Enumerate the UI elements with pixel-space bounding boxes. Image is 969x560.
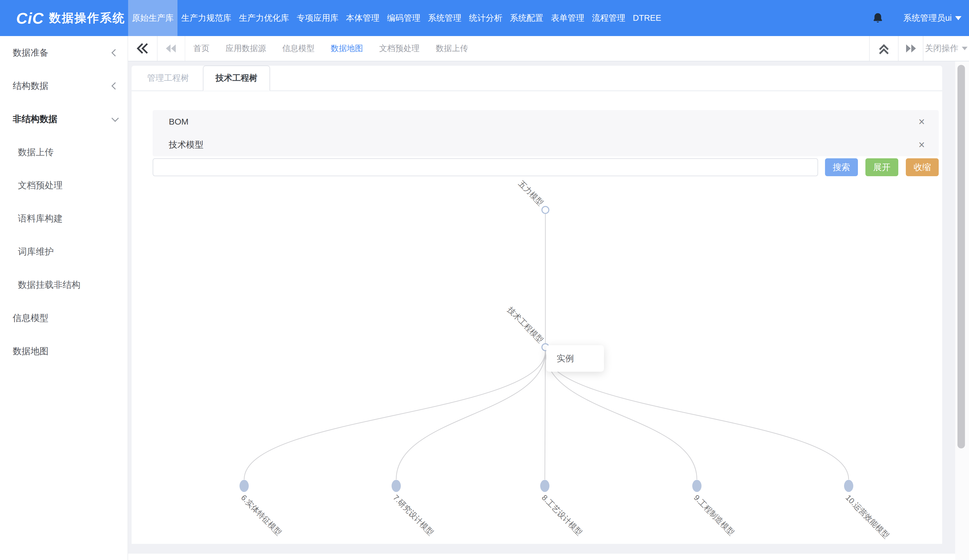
double-chevron-left-icon [135, 40, 151, 56]
sidebar-item-5[interactable]: 文档预处理 [0, 169, 128, 202]
search-input[interactable] [153, 158, 818, 176]
close-operations-dropdown[interactable]: 关闭操作 [923, 36, 969, 61]
page-tab-2[interactable]: 应用数据源 [226, 43, 266, 54]
sidebar-item-1[interactable]: 数据准备 [0, 36, 128, 69]
vertical-scrollbar-thumb[interactable] [957, 65, 965, 449]
selected-model-row: BOM× [153, 110, 939, 133]
nav-item-9[interactable]: 系统配置 [506, 0, 547, 36]
expand-button[interactable]: 展开 [866, 158, 898, 176]
opened-page-tabs: 首页应用数据源信息模型数据地图文档预处理数据上传 [193, 36, 468, 61]
sidebar-item-label: 结构数据 [13, 80, 48, 92]
sidebar-item-label: 数据上传 [18, 146, 54, 158]
vertical-scrollbar[interactable] [955, 61, 969, 560]
scroll-tabs-right-button[interactable] [898, 36, 923, 61]
sidebar-item-9[interactable]: 信息模型 [0, 301, 128, 334]
sidebar-item-label: 信息模型 [13, 312, 48, 324]
tab-strip-actions: 关闭操作 [869, 36, 969, 61]
selected-model-label: 技术模型 [169, 139, 203, 151]
close-icon[interactable]: × [919, 139, 925, 150]
tree-tab-2[interactable]: 技术工程树 [203, 65, 270, 91]
app-logo: CiC 数据操作系统 [0, 0, 128, 36]
sidebar-item-7[interactable]: 词库维护 [0, 235, 128, 268]
navbar-right: 系统管理员ui [871, 0, 969, 36]
nav-item-10[interactable]: 表单管理 [547, 0, 588, 36]
sidebar-item-label: 数据挂载非结构 [18, 279, 80, 291]
content-card: 管理工程树技术工程树 BOM×技术模型× 搜索展开收缩 [132, 66, 942, 544]
search-button[interactable]: 搜索 [825, 158, 858, 176]
search-row: 搜索展开收缩 [153, 158, 939, 176]
sidebar-item-4[interactable]: 数据上传 [0, 136, 128, 169]
node-tooltip: 实例 [546, 345, 604, 372]
page-tab-3[interactable]: 信息模型 [282, 43, 315, 54]
page-tab-4[interactable]: 数据地图 [331, 43, 363, 54]
nav-item-2[interactable]: 生产力规范库 [178, 0, 235, 36]
logo-mark: CiC [16, 9, 44, 27]
user-menu[interactable]: 系统管理员ui [903, 12, 961, 24]
nav-item-12[interactable]: DTREE [629, 0, 665, 36]
page-tab-5[interactable]: 文档预处理 [379, 43, 420, 54]
sidebar-item-8[interactable]: 数据挂载非结构 [0, 268, 128, 301]
page-tab-1[interactable]: 首页 [193, 43, 210, 54]
tree-tab-1[interactable]: 管理工程树 [147, 72, 190, 84]
sidebar-item-label: 数据准备 [13, 47, 48, 59]
double-chevron-up-icon [876, 40, 892, 57]
collapse-button[interactable]: 收缩 [906, 158, 939, 176]
close-icon[interactable]: × [919, 116, 925, 127]
selected-model-row: 技术模型× [153, 133, 939, 156]
chevron-down-icon [962, 47, 967, 50]
chevron-down-icon [955, 16, 961, 20]
sidebar-item-label: 数据地图 [13, 345, 48, 357]
sidebar-item-label: 词库维护 [18, 246, 54, 258]
sidebar-item-label: 文档预处理 [18, 179, 63, 191]
top-navbar: CiC 数据操作系统 原始生产库生产力规范库生产力优化库专项应用库本体管理编码管… [0, 0, 969, 36]
double-arrow-left-icon [164, 43, 179, 54]
selected-model-label: BOM [169, 117, 188, 126]
sidebar-item-3[interactable]: 非结构数据 [0, 102, 128, 136]
notification-bell-icon[interactable] [871, 12, 884, 25]
nav-item-11[interactable]: 流程管理 [588, 0, 629, 36]
nav-item-8[interactable]: 统计分析 [465, 0, 506, 36]
double-arrow-right-icon [903, 43, 918, 54]
nav-item-3[interactable]: 生产力优化库 [235, 0, 293, 36]
horizontal-scrollbar-area [128, 553, 969, 560]
search-buttons: 搜索展开收缩 [825, 158, 939, 176]
chevron-down-icon [112, 115, 118, 122]
app-title: 数据操作系统 [49, 10, 125, 26]
selected-models-panel: BOM×技术模型× [153, 110, 939, 156]
sidebar-item-6[interactable]: 语料库构建 [0, 202, 128, 235]
chevron-left-icon [112, 82, 118, 90]
sidebar-item-2[interactable]: 结构数据 [0, 69, 128, 102]
sidebar-item-label: 非结构数据 [13, 113, 57, 125]
chevron-left-icon [112, 49, 118, 56]
scroll-tabs-left-button[interactable] [158, 36, 185, 61]
nav-item-5[interactable]: 本体管理 [342, 0, 383, 36]
collapse-up-button[interactable] [869, 36, 898, 61]
user-name: 系统管理员ui [903, 12, 952, 24]
sidebar-item-10[interactable]: 数据地图 [0, 334, 128, 368]
nav-item-7[interactable]: 系统管理 [424, 0, 465, 36]
close-operations-label: 关闭操作 [925, 43, 958, 54]
nav-item-1[interactable]: 原始生产库 [128, 0, 178, 36]
tooltip-text: 实例 [557, 353, 574, 364]
page-tab-6[interactable]: 数据上传 [436, 43, 468, 54]
sidebar-collapse-button[interactable] [128, 36, 158, 61]
tree-type-tabs: 管理工程树技术工程树 [132, 66, 942, 91]
sidebar-item-label: 语料库构建 [18, 213, 63, 224]
page-tab-strip: 首页应用数据源信息模型数据地图文档预处理数据上传 关闭操作 [128, 36, 969, 61]
primary-nav: 原始生产库生产力规范库生产力优化库专项应用库本体管理编码管理系统管理统计分析系统… [128, 0, 665, 36]
nav-item-4[interactable]: 专项应用库 [293, 0, 342, 36]
nav-item-6[interactable]: 编码管理 [383, 0, 424, 36]
sidebar-menu: 数据准备结构数据非结构数据数据上传文档预处理语料库构建词库维护数据挂载非结构信息… [0, 36, 128, 560]
